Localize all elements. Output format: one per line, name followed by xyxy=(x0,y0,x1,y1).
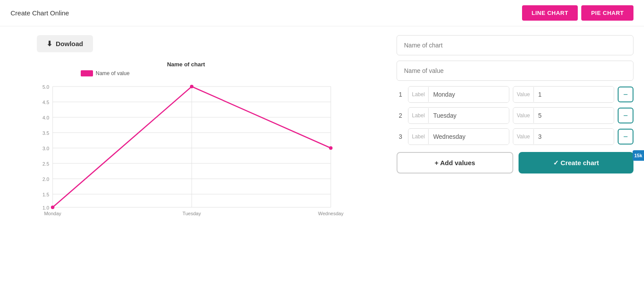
chart-container: Name of chart Name of value 5.0 4.5 4.0 … xyxy=(11,61,344,216)
chart-svg-area: 5.0 4.5 4.0 3.5 3.0 2.5 2.0 1.5 1.0 xyxy=(37,80,335,216)
data-row: 3 Label Value − xyxy=(397,128,633,145)
label-input-wrap: Label xyxy=(408,128,509,145)
label-prefix: Label xyxy=(408,108,429,123)
line-chart-button[interactable]: LINE CHART xyxy=(522,5,578,21)
label-prefix: Label xyxy=(408,129,429,144)
svg-point-22 xyxy=(190,85,193,88)
value-prefix: Value xyxy=(513,129,534,144)
value-input-wrap: Value xyxy=(513,107,614,124)
row-number: 3 xyxy=(397,133,404,140)
chart-legend: Name of value xyxy=(81,70,335,76)
data-row: 1 Label Value − xyxy=(397,86,633,103)
svg-point-23 xyxy=(329,146,333,150)
label-input-wrap: Label xyxy=(408,107,509,124)
row-label-input[interactable] xyxy=(429,108,509,123)
svg-text:4.5: 4.5 xyxy=(43,100,49,105)
row-label-input[interactable] xyxy=(429,87,509,102)
download-icon: ⬇ xyxy=(47,40,52,48)
svg-text:5.0: 5.0 xyxy=(43,84,49,90)
row-value-input[interactable] xyxy=(534,108,614,123)
download-button[interactable]: ⬇ Dowload xyxy=(37,35,93,52)
label-prefix: Label xyxy=(408,87,429,102)
svg-text:1.5: 1.5 xyxy=(43,192,49,197)
controls-panel: 1 Label Value − 2 Label Va xyxy=(397,35,633,216)
legend-color-swatch xyxy=(81,70,93,76)
legend-label: Name of value xyxy=(96,70,129,76)
header: Create Chart Online LINE CHART PIE CHART xyxy=(0,0,644,26)
value-input-wrap: Value xyxy=(513,86,614,103)
row-value-input[interactable] xyxy=(534,129,614,145)
svg-point-21 xyxy=(51,206,54,209)
app-title: Create Chart Online xyxy=(11,9,69,17)
value-input-wrap: Value xyxy=(513,128,614,145)
value-name-input[interactable] xyxy=(397,61,633,81)
svg-text:Monday: Monday xyxy=(44,211,61,216)
chart-panel: ⬇ Dowload Name of chart Name of value 5.… xyxy=(11,35,379,216)
svg-text:2.0: 2.0 xyxy=(43,177,49,182)
value-prefix: Value xyxy=(513,87,534,102)
line-chart-svg: 5.0 4.5 4.0 3.5 3.0 2.5 2.0 1.5 1.0 xyxy=(37,80,344,216)
row-label-input[interactable] xyxy=(429,129,509,145)
svg-text:3.0: 3.0 xyxy=(43,146,49,151)
data-rows: 1 Label Value − 2 Label Va xyxy=(397,86,633,145)
value-prefix: Value xyxy=(513,108,534,123)
svg-text:3.5: 3.5 xyxy=(43,130,49,136)
add-values-button[interactable]: + Add values xyxy=(397,152,513,173)
chart-name-input[interactable] xyxy=(397,35,633,55)
row-number: 1 xyxy=(397,91,404,98)
svg-text:2.5: 2.5 xyxy=(43,161,49,166)
download-label: Dowload xyxy=(56,40,83,47)
action-buttons: + Add values ✓ Create chart xyxy=(397,152,633,173)
row-value-input[interactable] xyxy=(534,87,614,102)
row-number: 2 xyxy=(397,112,404,119)
chart-title-label: Name of chart xyxy=(37,61,335,68)
remove-row-button[interactable]: − xyxy=(618,108,633,123)
remove-row-button[interactable]: − xyxy=(618,129,633,145)
create-chart-button[interactable]: ✓ Create chart xyxy=(519,152,633,173)
data-row: 2 Label Value − xyxy=(397,107,633,124)
header-buttons: LINE CHART PIE CHART xyxy=(522,5,633,21)
label-input-wrap: Label xyxy=(408,86,509,103)
remove-row-button[interactable]: − xyxy=(618,87,633,102)
svg-text:Tuesday: Tuesday xyxy=(182,211,201,216)
svg-text:4.0: 4.0 xyxy=(43,115,49,120)
scroll-badge: 15k xyxy=(633,150,644,161)
main-content: ⬇ Dowload Name of chart Name of value 5.… xyxy=(0,26,644,225)
svg-text:Wednesday: Wednesday xyxy=(318,211,343,216)
pie-chart-button[interactable]: PIE CHART xyxy=(581,5,633,21)
svg-text:1.0: 1.0 xyxy=(43,205,49,210)
